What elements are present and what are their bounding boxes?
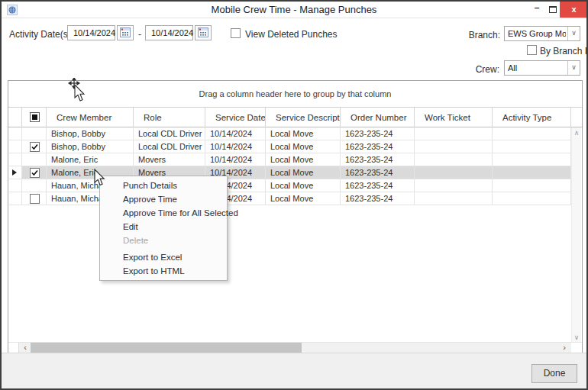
cell-service-description: Local Move xyxy=(266,153,341,166)
cell-role: Local CDL Driver xyxy=(134,127,205,140)
table-row[interactable]: Malone, EricMovers10/14/2024Local Move16… xyxy=(8,166,573,179)
branch-select[interactable]: EWS Group Moving & Stor ∨ xyxy=(504,26,580,41)
row-checkbox-cell xyxy=(22,179,47,192)
table-row[interactable]: Hauan, Micha10/14/2024Local Move1623-235… xyxy=(8,192,573,205)
current-row-arrow-icon xyxy=(12,169,17,176)
row-checkbox-cell xyxy=(22,192,47,205)
cell-service-description: Local Move xyxy=(266,166,341,179)
dialog-manage-punches: Mobile Crew Time - Manage Punches – x Ac… xyxy=(0,0,588,390)
calendar-icon xyxy=(120,27,131,37)
cell-crew-member: Bishop, Bobby xyxy=(47,127,134,140)
cell-activity-type xyxy=(493,153,571,166)
cell-order-number: 1623-235-24 xyxy=(341,179,415,192)
vertical-scrollbar[interactable]: ∧ ∨ xyxy=(571,127,581,343)
cell-service-description: Local Move xyxy=(266,140,341,153)
cell-work-ticket xyxy=(415,140,493,153)
row-marker-cell xyxy=(9,179,22,192)
row-checkbox-cell xyxy=(22,127,47,140)
by-branch-id-checkbox[interactable] xyxy=(527,45,537,55)
branch-value: EWS Group Moving & Stor xyxy=(508,27,566,40)
date-to-input[interactable]: 10/14/2024 xyxy=(145,25,193,40)
indeterminate-mark-icon xyxy=(32,114,37,120)
group-by-bar[interactable]: Drag a column header here to group by th… xyxy=(8,81,582,107)
chevron-down-icon: ∨ xyxy=(567,27,580,40)
context-menu-item-approve-time[interactable]: Approve Time xyxy=(100,192,227,206)
context-menu-item-export-to-html[interactable]: Export to HTML xyxy=(100,264,227,278)
view-deleted-label: View Deleted Punches xyxy=(245,29,338,40)
row-checkbox[interactable] xyxy=(30,142,40,152)
column-header-sdesc[interactable]: Service Description xyxy=(266,108,341,127)
context-menu: Punch DetailsApprove TimeApprove Time fo… xyxy=(99,176,228,281)
horizontal-scrollbar[interactable]: ‹ › xyxy=(8,342,582,353)
checkmark-icon xyxy=(31,143,39,151)
cell-crew-member: Bishop, Bobby xyxy=(47,140,134,153)
view-deleted-checkbox[interactable] xyxy=(231,28,241,38)
row-checkbox[interactable] xyxy=(30,194,40,204)
cell-work-ticket xyxy=(415,179,493,192)
row-marker-cell xyxy=(9,140,22,153)
column-header-crew[interactable]: Crew Member xyxy=(47,108,134,127)
calendar-icon xyxy=(198,27,208,37)
table-row[interactable]: Bishop, BobbyLocal CDL Driver10/14/2024L… xyxy=(8,127,573,140)
titlebar: Mobile Crew Time - Manage Punches – x xyxy=(2,2,586,18)
crew-value: All xyxy=(508,61,566,75)
cell-activity-type xyxy=(493,179,571,192)
scroll-down-icon[interactable]: ∨ xyxy=(572,334,581,341)
cell-work-ticket xyxy=(415,153,493,166)
column-header-sdate[interactable]: Service Date xyxy=(205,108,266,127)
cell-work-ticket xyxy=(415,127,493,140)
table-row[interactable]: Malone, EricMovers10/14/2024Local Move16… xyxy=(8,153,573,166)
select-all-header[interactable] xyxy=(22,108,47,127)
context-menu-item-export-to-excel[interactable]: Export to Excel xyxy=(100,250,227,264)
row-checkbox[interactable] xyxy=(30,168,40,178)
column-header-wtk[interactable]: Work Ticket xyxy=(415,108,493,127)
footer-bar: Done xyxy=(2,353,586,388)
date-from-calendar-button[interactable] xyxy=(117,25,134,40)
chevron-down-icon: ∨ xyxy=(567,61,580,75)
minimize-button[interactable]: – xyxy=(530,2,544,18)
date-to-calendar-button[interactable] xyxy=(195,25,212,40)
select-all-checkbox[interactable] xyxy=(30,112,40,122)
column-header-onum[interactable]: Order Number xyxy=(341,108,415,127)
grid-header-row: Crew MemberRoleService DateService Descr… xyxy=(8,107,582,127)
cell-service-date: 10/14/2024 xyxy=(205,127,266,140)
context-menu-item-approve-time-for-all-selected[interactable]: Approve Time for All Selected xyxy=(100,206,227,220)
scrollbar-corner-right xyxy=(571,343,582,353)
close-button[interactable]: x xyxy=(560,2,588,18)
row-marker-cell xyxy=(9,192,22,205)
cell-crew-member: Malone, Eric xyxy=(47,153,134,166)
context-menu-item-delete: Delete xyxy=(100,234,227,247)
row-checkbox-cell xyxy=(22,166,47,179)
cell-activity-type xyxy=(493,166,571,179)
punches-grid: Drag a column header here to group by th… xyxy=(8,80,583,353)
row-checkbox-cell xyxy=(22,140,47,153)
row-marker-cell xyxy=(9,153,22,166)
column-header-atype[interactable]: Activity Type xyxy=(493,108,571,127)
context-menu-item-edit[interactable]: Edit xyxy=(100,220,227,234)
column-header-role[interactable]: Role xyxy=(134,108,205,127)
cell-service-description: Local Move xyxy=(266,127,341,140)
checkmark-icon xyxy=(31,169,39,177)
branch-label: Branch: xyxy=(464,30,500,40)
done-button[interactable]: Done xyxy=(531,364,577,383)
table-row[interactable]: Hauan, Micha10/14/2024Local Move1623-235… xyxy=(8,179,573,192)
cell-order-number: 1623-235-24 xyxy=(341,140,415,153)
scroll-left-icon[interactable]: ‹ xyxy=(20,343,31,353)
scroll-up-icon[interactable]: ∧ xyxy=(572,129,581,137)
window-title: Mobile Crew Time - Manage Punches xyxy=(2,4,586,15)
cell-service-date: 10/14/2024 xyxy=(205,153,266,166)
cell-service-date: 10/14/2024 xyxy=(205,140,266,153)
scroll-right-icon[interactable]: › xyxy=(559,343,570,353)
maximize-icon xyxy=(549,6,557,13)
row-marker-cell xyxy=(9,166,22,179)
horizontal-scroll-thumb[interactable] xyxy=(31,343,302,353)
date-from-input[interactable]: 10/14/2024 xyxy=(67,25,115,40)
cell-work-ticket xyxy=(415,166,493,179)
crew-select[interactable]: All ∨ xyxy=(504,60,580,76)
crew-label: Crew: xyxy=(470,64,499,75)
table-row[interactable]: Bishop, BobbyLocal CDL Driver10/14/2024L… xyxy=(8,140,573,153)
context-menu-item-punch-details[interactable]: Punch Details xyxy=(100,179,227,192)
cell-work-ticket xyxy=(415,192,493,205)
grid-rows: Bishop, BobbyLocal CDL Driver10/14/2024L… xyxy=(8,127,582,208)
maximize-button[interactable] xyxy=(545,2,561,18)
